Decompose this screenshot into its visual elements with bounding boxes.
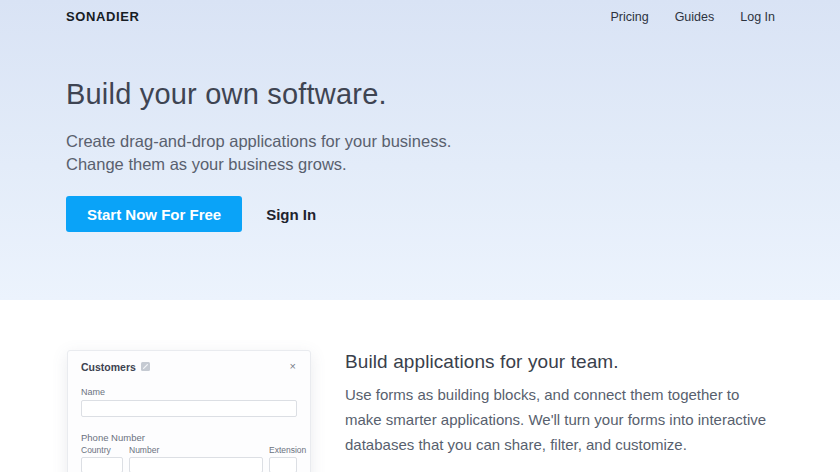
number-column: Number — [129, 445, 263, 472]
country-input[interactable] — [81, 457, 123, 472]
start-now-button[interactable]: Start Now For Free — [66, 196, 242, 232]
name-input[interactable] — [81, 400, 297, 417]
hero-subtitle-line-2: Change them as your business grows. — [66, 153, 840, 176]
extension-column: Extension — [269, 445, 297, 472]
country-column: Country — [81, 445, 123, 472]
customers-form-card: Customers × Name Phone Number Country Nu… — [67, 350, 311, 472]
nav-link-login[interactable]: Log In — [740, 10, 775, 24]
cta-row: Start Now For Free Sign In — [66, 196, 840, 232]
feature-body-line-2: make smarter applications. We'll turn yo… — [345, 407, 815, 432]
feature-body-line-3: databases that you can share, filter, an… — [345, 432, 815, 457]
number-input[interactable] — [129, 457, 263, 472]
feature-body-line-1: Use forms as building blocks, and connec… — [345, 382, 815, 407]
number-field-label: Number — [129, 445, 263, 455]
logo[interactable]: SONADIER — [66, 9, 139, 24]
navbar: SONADIER Pricing Guides Log In — [0, 0, 840, 24]
feature-text-block: Build applications for your team. Use fo… — [345, 351, 815, 457]
form-card-header: Customers × — [68, 351, 310, 374]
close-icon[interactable]: × — [286, 359, 300, 374]
name-field-label: Name — [81, 387, 297, 397]
feature-heading: Build applications for your team. — [345, 351, 815, 373]
edit-icon[interactable] — [141, 362, 150, 371]
form-card-title: Customers — [81, 361, 136, 373]
feature-body: Use forms as building blocks, and connec… — [345, 382, 815, 457]
hero-content: Build your own software. Create drag-and… — [0, 78, 840, 232]
phone-field-group: Country Number Extension — [81, 445, 297, 472]
hero-section: SONADIER Pricing Guides Log In Build you… — [0, 0, 840, 300]
hero-title: Build your own software. — [66, 78, 840, 111]
nav-link-pricing[interactable]: Pricing — [610, 10, 648, 24]
extension-input[interactable] — [269, 457, 297, 472]
phone-field-label: Phone Number — [81, 432, 297, 443]
hero-subtitle-line-1: Create drag-and-drop applications for yo… — [66, 130, 840, 153]
hero-subtitle: Create drag-and-drop applications for yo… — [66, 130, 840, 176]
country-field-label: Country — [81, 445, 123, 455]
nav-link-guides[interactable]: Guides — [675, 10, 715, 24]
sign-in-link[interactable]: Sign In — [256, 198, 326, 231]
extension-field-label: Extension — [269, 445, 297, 455]
form-card-body: Name Phone Number Country Number Extensi… — [68, 387, 310, 472]
feature-section: Customers × Name Phone Number Country Nu… — [0, 300, 840, 472]
nav-links: Pricing Guides Log In — [610, 10, 775, 24]
